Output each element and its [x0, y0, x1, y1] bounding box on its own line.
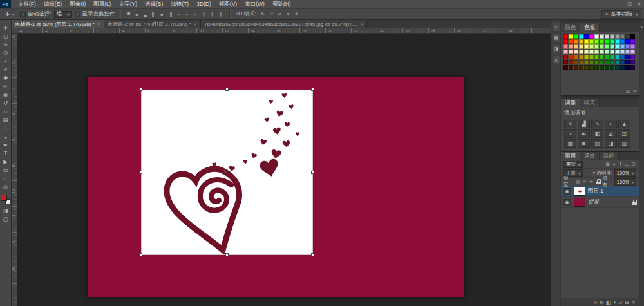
3d-rotate-icon[interactable]: ↻ [259, 11, 267, 18]
color-swatch[interactable] [625, 50, 630, 54]
color-swatch[interactable] [600, 50, 604, 54]
crop-tool[interactable]: ⌖ [1, 57, 11, 66]
menu-item[interactable]: 帮助(H) [269, 0, 295, 8]
new-swatch-icon[interactable]: ⊞ [626, 88, 630, 94]
color-swatch[interactable] [625, 55, 630, 59]
color-swatch[interactable] [615, 44, 620, 49]
minimize-button[interactable]: — [615, 0, 625, 8]
panel-tab[interactable]: 样式 [580, 99, 600, 107]
brush-tool[interactable]: ✏ [1, 82, 11, 91]
color-swatch[interactable] [594, 39, 599, 44]
eyedropper-tool[interactable]: ✐ [1, 66, 11, 74]
workspace-switcher[interactable]: 基本功能 [601, 10, 641, 19]
color-swatch[interactable] [625, 60, 630, 64]
color-swatch[interactable] [630, 34, 635, 39]
new-adjustment-layer-icon[interactable]: ◑ [613, 300, 616, 305]
color-swatch[interactable] [625, 65, 630, 70]
color-swatch[interactable] [600, 39, 604, 44]
color-swatch[interactable] [584, 55, 589, 59]
rectangular-marquee-tool[interactable]: ◻ [1, 32, 11, 41]
canvas-pasteboard[interactable]: ⊕ [17, 34, 551, 306]
align-vertical-centers-icon[interactable]: ■ [133, 11, 141, 18]
panel-tab[interactable]: 颜色 [561, 23, 580, 32]
align-horizontal-centers-icon[interactable]: ■ [158, 11, 166, 18]
reference-point-icon[interactable]: ⊕ [223, 168, 229, 174]
color-swatch[interactable] [574, 44, 578, 49]
color-swatch[interactable] [600, 44, 604, 49]
color-swatch[interactable] [605, 44, 609, 49]
color-swatch[interactable] [564, 34, 568, 39]
color-swatch[interactable] [600, 55, 604, 59]
color-swatch[interactable] [579, 50, 583, 54]
exposure-icon[interactable]: ◐ [605, 120, 617, 128]
filter-type-layers-icon[interactable]: T [618, 162, 623, 167]
link-layers-icon[interactable]: ∞ [594, 300, 597, 305]
character-panel-icon[interactable]: A [553, 56, 560, 64]
vibrance-icon[interactable]: ▲ [618, 120, 630, 128]
lock-transparent-pixels-icon[interactable]: ▨ [575, 179, 581, 184]
color-swatch[interactable] [630, 65, 635, 70]
color-lookup-icon[interactable]: ▦ [564, 139, 576, 148]
color-balance-icon[interactable]: ☯ [578, 129, 590, 138]
color-swatch[interactable] [605, 50, 609, 54]
menu-item[interactable]: 滤镜(T) [167, 0, 193, 8]
lasso-tool[interactable]: ∿ [1, 41, 11, 49]
threshold-icon[interactable]: ◨ [605, 139, 617, 148]
color-swatch[interactable] [615, 50, 620, 54]
layer-name[interactable]: 图层 1 [588, 187, 603, 195]
foreground-color-chip[interactable] [1, 195, 7, 201]
color-swatch[interactable] [605, 34, 609, 39]
gradient-map-icon[interactable]: ▥ [618, 139, 630, 148]
color-swatch[interactable] [610, 34, 614, 39]
color-swatch[interactable] [564, 50, 568, 54]
channel-mixer-icon[interactable]: ◫ [618, 129, 630, 138]
layer-row[interactable]: ◉ 背景 [561, 197, 639, 208]
color-swatch[interactable] [584, 39, 589, 44]
color-swatch[interactable] [584, 65, 589, 70]
color-swatch[interactable] [620, 34, 625, 39]
auto-select-scope-select[interactable]: 组 [54, 11, 72, 18]
close-button[interactable]: ✕ [634, 0, 644, 8]
color-swatch[interactable] [584, 50, 589, 54]
color-swatch[interactable] [589, 65, 594, 70]
menu-item[interactable]: 编辑(E) [40, 0, 66, 8]
edit-in-quick-mask-button[interactable]: ◨ [1, 207, 11, 215]
pen-tool[interactable]: ✒ [1, 141, 11, 149]
menu-item[interactable]: 文字(Y) [115, 0, 141, 8]
color-swatch[interactable] [630, 55, 635, 59]
color-swatch[interactable] [620, 39, 625, 44]
close-tab-icon[interactable] [360, 22, 363, 26]
align-bottom-edges-icon[interactable]: ▄ [142, 11, 149, 18]
color-swatch[interactable] [620, 65, 625, 70]
color-swatch[interactable] [589, 34, 594, 39]
hand-tool[interactable]: ☞ [1, 175, 11, 183]
menu-item[interactable]: 图像(I) [66, 0, 90, 8]
color-swatch[interactable] [620, 60, 625, 64]
add-layer-mask-icon[interactable]: ◧ [606, 300, 611, 305]
color-swatch[interactable] [615, 60, 620, 64]
gradient-tool[interactable]: ▤ [1, 116, 11, 124]
align-right-edges-icon[interactable]: ▐ [167, 11, 175, 18]
color-swatch[interactable] [569, 34, 573, 39]
menu-item[interactable]: 窗口(W) [241, 0, 269, 8]
transform-handle[interactable] [311, 171, 314, 174]
color-swatch[interactable] [615, 39, 620, 44]
color-swatch[interactable] [625, 44, 630, 49]
canvas-document[interactable]: ⊕ [88, 77, 464, 297]
color-swatch[interactable] [579, 55, 583, 59]
color-swatch[interactable] [574, 60, 578, 64]
panel-tab[interactable]: 路径 [600, 152, 619, 160]
color-swatch[interactable] [600, 34, 604, 39]
transform-handle[interactable] [225, 88, 229, 91]
photo-filter-icon[interactable]: ◭ [605, 129, 617, 138]
rectangle-tool[interactable]: ▭ [1, 166, 11, 175]
layer-filter-select[interactable]: 类型 [564, 161, 583, 168]
lock-position-icon[interactable]: ✛ [588, 179, 594, 184]
layer-thumbnail[interactable] [574, 198, 585, 207]
color-swatch[interactable] [594, 65, 599, 70]
fill-field[interactable]: 100% [614, 178, 636, 186]
close-tab-icon[interactable] [97, 22, 100, 26]
transform-handle[interactable] [225, 253, 229, 256]
color-swatch[interactable] [630, 60, 635, 64]
blur-tool[interactable]: ◌ [1, 124, 11, 133]
